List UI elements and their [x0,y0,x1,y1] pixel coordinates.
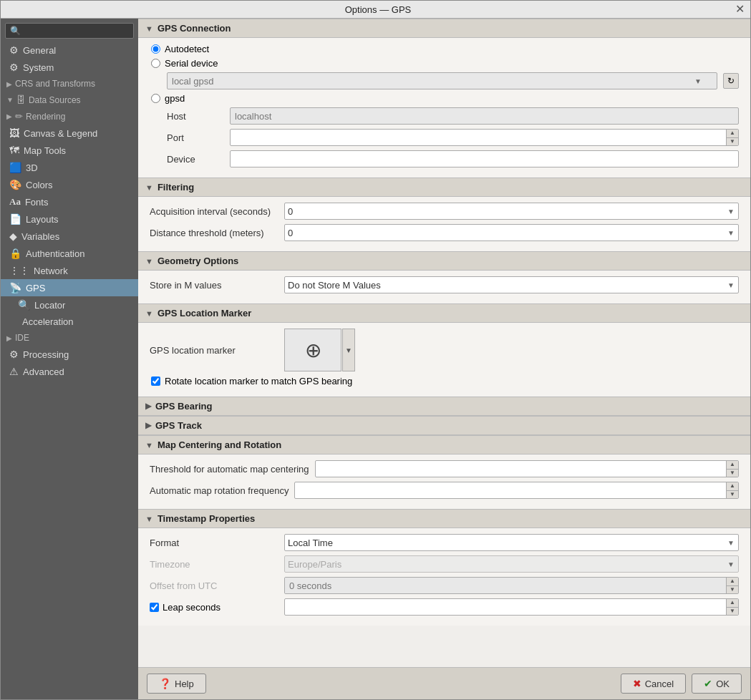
sidebar-item-data-sources[interactable]: ▼ 🗄 Data Sources [1,92,138,108]
sidebar-item-acceleration[interactable]: Acceleration [1,313,138,330]
sidebar-item-rendering[interactable]: ▶ ✏ Rendering [1,108,138,125]
ok-icon: ✔ [704,678,712,689]
cancel-button[interactable]: ✖ Cancel [621,674,686,694]
leap-up-btn[interactable]: ▲ [727,599,738,607]
port-input[interactable]: 2947 [231,130,726,145]
host-input[interactable] [230,107,739,125]
serial-device-input[interactable] [167,72,717,89]
geometry-body: Store in M values Do not Store M Values … [138,271,750,303]
expand-icon-3: ▶ [6,112,12,120]
network-icon: ⋮⋮ [9,265,29,276]
cancel-icon: ✖ [633,678,641,689]
serial-device-row: Serial device [150,58,739,69]
offset-label: Offset from UTC [150,580,278,591]
timestamp-body: Format Local Time UTC Custom Timezone [138,528,750,626]
sidebar-item-system[interactable]: ⚙ System [1,59,138,76]
store-m-select-wrapper: Do not Store M Values Store M Values [284,276,739,293]
sidebar-item-maptools[interactable]: 🗺 Map Tools [1,142,138,159]
map-centering-header[interactable]: ▼ Map Centering and Rotation [138,435,750,454]
format-select[interactable]: Local Time UTC Custom [284,534,739,551]
offset-input[interactable] [285,578,726,593]
autodetect-radio[interactable] [151,44,160,54]
font-icon: Aa [9,196,21,208]
help-button[interactable]: ❓ Help [147,674,206,694]
palette-icon: 🎨 [9,179,21,190]
gear-icon: ⚙ [9,44,19,56]
distance-select[interactable]: 0 [284,224,739,241]
port-up-btn[interactable]: ▲ [727,130,738,137]
timestamp-header[interactable]: ▼ Timestamp Properties [138,509,750,528]
rotation-up-btn[interactable]: ▲ [727,482,738,490]
main-content: ⚙ General ⚙ System ▶ CRS and Transforms … [1,19,750,699]
marker-preview[interactable]: ⊕ [284,329,341,371]
gpsd-radio[interactable] [151,94,160,103]
offset-spinbox-buttons: ▲ ▼ [726,578,738,593]
port-spinbox[interactable]: 2947 ▲ ▼ [230,129,739,146]
rotate-row: Rotate location marker to match GPS bear… [150,376,739,387]
ok-button[interactable]: ✔ OK [692,674,742,694]
close-button[interactable]: ✕ [735,4,745,15]
rotation-row: Automatic map rotation frequency On GPS … [150,482,739,499]
rotation-down-btn[interactable]: ▼ [727,490,738,499]
sidebar-item-locator[interactable]: 🔍 Locator [1,296,138,313]
gps-marker-header[interactable]: ▼ GPS Location Marker [138,303,750,323]
sidebar-item-3d[interactable]: 🟦 3D [1,159,138,176]
gpsd-row: gpsd [150,93,739,104]
sidebar-item-network[interactable]: ⋮⋮ Network [1,262,138,279]
acquisition-select[interactable]: 0 [284,203,739,220]
sidebar-item-processing[interactable]: ⚙ Processing [1,346,138,363]
acquisition-row: Acquisition interval (seconds) 0 [150,203,739,220]
distance-label: Distance threshold (meters) [150,228,278,238]
rotation-input[interactable]: On GPS signal [295,482,726,498]
sidebar-item-gps[interactable]: 📡 GPS [1,279,138,296]
sidebar-search-input[interactable] [5,23,134,39]
geometry-header[interactable]: ▼ Geometry Options [138,251,750,271]
offset-spinbox: ▲ ▼ [284,577,739,594]
sidebar-item-canvas[interactable]: 🖼 Canvas & Legend [1,125,138,142]
lock-icon: 🔒 [9,248,21,259]
threshold-down-btn[interactable]: ▼ [727,469,738,477]
offset-down-btn[interactable]: ▼ [727,585,738,594]
leap-down-btn[interactable]: ▼ [727,607,738,616]
sidebar-item-colors[interactable]: 🎨 Colors [1,176,138,193]
timezone-select[interactable]: Europe/Paris [284,555,739,573]
sidebar-item-general[interactable]: ⚙ General [1,42,138,59]
sidebar-item-advanced[interactable]: ⚠ Advanced [1,363,138,380]
threshold-up-btn[interactable]: ▲ [727,461,738,469]
main-window: Options — GPS ✕ ⚙ General ⚙ System ▶ CRS… [0,0,751,700]
window-title: Options — GPS [21,4,735,15]
leap-input[interactable]: 18 [285,599,726,615]
offset-up-btn[interactable]: ▲ [727,578,738,585]
sidebar-item-variables[interactable]: ◆ Variables [1,228,138,245]
refresh-button[interactable]: ↻ [723,73,739,89]
marker-dropdown-button[interactable]: ▼ [342,329,355,371]
gps-connection-header[interactable]: ▼ GPS Connection [138,19,750,38]
gear-icon-2: ⚙ [9,62,19,73]
track-arrow: ▶ [145,421,151,430]
bottom-bar: ❓ Help ✖ Cancel ✔ OK [138,667,750,699]
format-row: Format Local Time UTC Custom [150,534,739,551]
device-row: Device [150,150,739,167]
leap-checkbox[interactable] [150,603,159,612]
sidebar-item-authentication[interactable]: 🔒 Authentication [1,245,138,262]
port-down-btn[interactable]: ▼ [727,137,738,146]
rotate-checkbox[interactable] [151,376,160,386]
filtering-arrow: ▼ [145,183,153,192]
collapse-arrow: ▼ [145,24,153,33]
device-input[interactable] [230,150,739,167]
sidebar-item-fonts[interactable]: Aa Fonts [1,193,138,210]
gps-bearing-header[interactable]: ▶ GPS Bearing [138,397,750,416]
sidebar-item-layouts[interactable]: 📄 Layouts [1,210,138,228]
gps-track-header[interactable]: ▶ GPS Track [138,416,750,435]
rotate-label: Rotate location marker to match GPS bear… [165,376,352,387]
serial-radio[interactable] [151,59,160,68]
store-m-select[interactable]: Do not Store M Values Store M Values [284,276,739,293]
sidebar-item-ide[interactable]: ▶ IDE [1,330,138,346]
bearing-arrow: ▶ [145,402,151,411]
processing-icon: ⚙ [9,349,19,360]
titlebar: Options — GPS ✕ [1,1,750,19]
sidebar-item-crs[interactable]: ▶ CRS and Transforms [1,76,138,92]
filtering-header[interactable]: ▼ Filtering [138,178,750,197]
threshold-input[interactable]: 50% of map extent [316,461,727,477]
crosshair-icon: ⊕ [305,339,321,362]
